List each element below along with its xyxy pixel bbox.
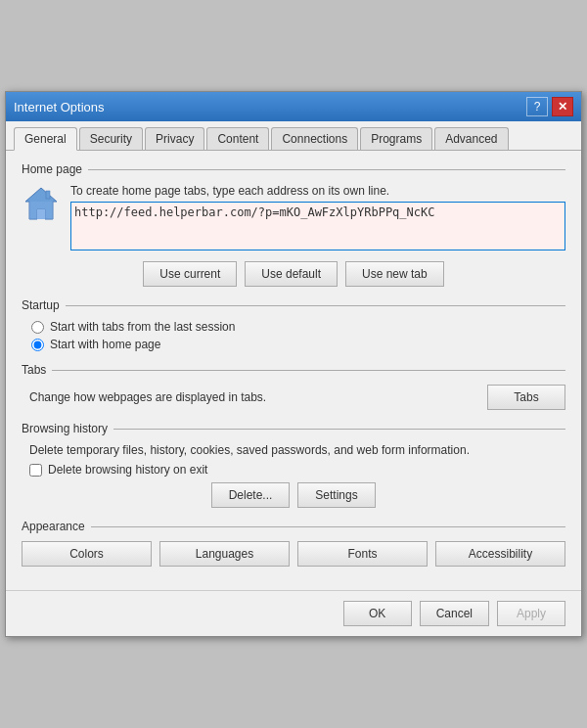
homepage-buttons: Use current Use default Use new tab bbox=[22, 261, 565, 287]
delete-button[interactable]: Delete... bbox=[211, 482, 290, 508]
appearance-header: Appearance bbox=[22, 520, 565, 533]
tabs-row: Change how webpages are displayed in tab… bbox=[22, 385, 565, 410]
content-wrapper: Home page bbox=[6, 151, 581, 590]
radio-home-page-label: Start with home page bbox=[50, 338, 160, 351]
homepage-divider bbox=[88, 169, 565, 170]
tab-content[interactable]: Content bbox=[206, 127, 269, 150]
browsing-history-label: Browsing history bbox=[22, 422, 108, 435]
tab-connections[interactable]: Connections bbox=[271, 127, 358, 150]
title-bar-left: Internet Options bbox=[14, 100, 105, 114]
footer: OK Cancel Apply bbox=[6, 590, 581, 636]
appearance-divider bbox=[91, 526, 565, 527]
tabs-button[interactable]: Tabs bbox=[487, 385, 565, 410]
fonts-button[interactable]: Fonts bbox=[297, 541, 428, 567]
tab-programs[interactable]: Programs bbox=[360, 127, 432, 150]
radio-last-session[interactable] bbox=[31, 321, 44, 334]
tabs-header: Tabs bbox=[22, 363, 565, 377]
browsing-history-inner: Delete temporary files, history, cookies… bbox=[22, 443, 565, 477]
ok-button[interactable]: OK bbox=[343, 601, 412, 626]
accessibility-button[interactable]: Accessibility bbox=[435, 541, 565, 567]
startup-radio-group: Start with tabs from the last session St… bbox=[22, 320, 565, 351]
use-current-button[interactable]: Use current bbox=[143, 261, 237, 287]
title-buttons: ? ✕ bbox=[526, 97, 573, 116]
apply-button[interactable]: Apply bbox=[497, 601, 565, 626]
main-content: Home page bbox=[6, 151, 581, 590]
homepage-label: Home page bbox=[22, 162, 82, 176]
homepage-header: Home page bbox=[22, 162, 565, 176]
settings-button[interactable]: Settings bbox=[297, 482, 376, 508]
tab-advanced[interactable]: Advanced bbox=[434, 127, 508, 150]
homepage-url-input[interactable]: http://feed.helperbar.com/?p=mKO_AwFzXlp… bbox=[70, 202, 565, 250]
use-new-tab-button[interactable]: Use new tab bbox=[345, 261, 444, 287]
homepage-description: To create home page tabs, type each addr… bbox=[70, 184, 565, 198]
delete-on-exit-checkbox[interactable] bbox=[29, 464, 42, 477]
startup-header: Startup bbox=[22, 298, 565, 312]
startup-divider bbox=[66, 305, 565, 306]
delete-on-exit-label: Delete browsing history on exit bbox=[48, 463, 207, 477]
radio-home-page[interactable] bbox=[31, 339, 44, 351]
browsing-history-section: Browsing history Delete temporary files,… bbox=[22, 422, 565, 508]
use-default-button[interactable]: Use default bbox=[245, 261, 338, 287]
svg-rect-2 bbox=[29, 202, 53, 219]
tabs-label: Tabs bbox=[22, 363, 46, 377]
tabs-description: Change how webpages are displayed in tab… bbox=[29, 390, 266, 404]
browsing-history-divider bbox=[113, 429, 565, 430]
tab-security[interactable]: Security bbox=[79, 127, 143, 150]
help-button[interactable]: ? bbox=[526, 97, 548, 116]
startup-label: Startup bbox=[22, 298, 60, 312]
radio-last-session-label: Start with tabs from the last session bbox=[50, 320, 235, 334]
browsing-history-header: Browsing history bbox=[22, 422, 565, 435]
internet-options-window: Internet Options ? ✕ General Security Pr… bbox=[5, 91, 582, 637]
radio-item-last-session: Start with tabs from the last session bbox=[31, 320, 565, 334]
tabs-divider bbox=[52, 370, 565, 371]
title-bar: Internet Options ? ✕ bbox=[6, 92, 581, 121]
appearance-buttons: Colors Languages Fonts Accessibility bbox=[22, 541, 565, 567]
homepage-section: Home page bbox=[22, 162, 565, 287]
svg-rect-3 bbox=[46, 191, 50, 199]
window-title: Internet Options bbox=[14, 100, 105, 114]
tab-general[interactable]: General bbox=[14, 127, 77, 151]
radio-item-home-page: Start with home page bbox=[31, 338, 565, 351]
tab-bar: General Security Privacy Content Connect… bbox=[6, 121, 581, 151]
tabs-section: Tabs Change how webpages are displayed i… bbox=[22, 363, 565, 410]
delete-on-exit-checkbox-item: Delete browsing history on exit bbox=[29, 463, 565, 477]
languages-button[interactable]: Languages bbox=[159, 541, 290, 567]
startup-section: Startup Start with tabs from the last se… bbox=[22, 298, 565, 351]
browsing-history-buttons: Delete... Settings bbox=[22, 482, 565, 508]
homepage-text-area: To create home page tabs, type each addr… bbox=[70, 184, 565, 253]
colors-button[interactable]: Colors bbox=[22, 541, 152, 567]
appearance-section: Appearance Colors Languages Fonts Access… bbox=[22, 520, 565, 567]
close-button[interactable]: ✕ bbox=[552, 97, 573, 116]
homepage-inner: To create home page tabs, type each addr… bbox=[22, 184, 565, 253]
tab-privacy[interactable]: Privacy bbox=[145, 127, 204, 150]
house-icon bbox=[22, 184, 61, 223]
cancel-button[interactable]: Cancel bbox=[420, 601, 489, 626]
appearance-label: Appearance bbox=[22, 520, 85, 533]
browsing-history-description: Delete temporary files, history, cookies… bbox=[29, 443, 565, 457]
